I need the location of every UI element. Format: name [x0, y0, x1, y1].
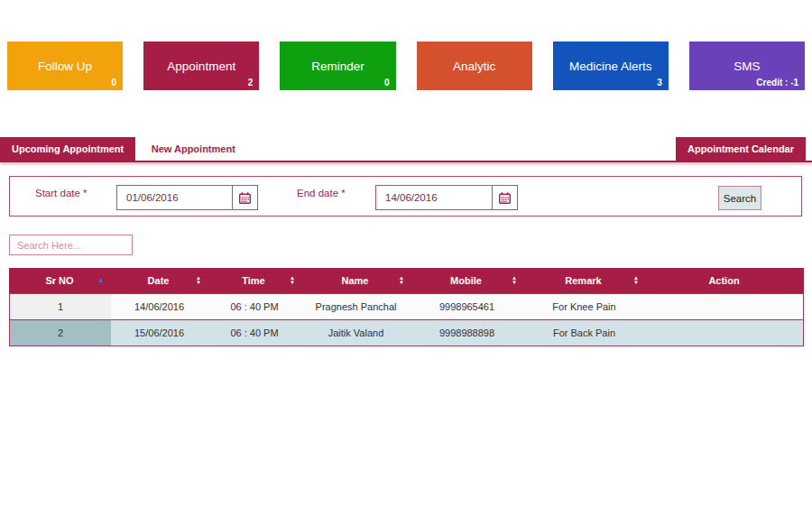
cell-name: Jaitik Valand [301, 320, 411, 346]
sort-icon[interactable]: ▲▼ [196, 276, 201, 285]
tile-analytic[interactable]: Analytic [417, 41, 532, 90]
column-header-date[interactable]: Date ▲▼ [110, 268, 207, 293]
table-body: 1 14/06/2016 06 : 40 PM Pragnesh Panchal… [9, 293, 804, 346]
tile-label: Reminder [311, 60, 364, 73]
tile-label: Analytic [453, 60, 495, 73]
cell-time: 06 : 40 PM [208, 320, 301, 346]
start-date-input[interactable] [117, 186, 232, 209]
cell-action [645, 320, 803, 346]
cell-srno: 2 [10, 320, 111, 346]
end-date-group [375, 185, 518, 210]
column-header-remark[interactable]: Remark ▲▼ [522, 268, 644, 293]
sort-icon[interactable]: ▲▼ [399, 276, 404, 285]
column-header-mobile[interactable]: Mobile ▲▼ [410, 268, 522, 293]
cell-name: Pragnesh Panchal [301, 294, 411, 319]
cell-mobile: 9998988898 [411, 320, 523, 346]
column-header-time[interactable]: Time ▲▼ [207, 268, 300, 293]
cell-date: 14/06/2016 [111, 294, 208, 319]
start-date-label: Start date * [35, 188, 88, 198]
cell-date: 15/06/2016 [111, 320, 208, 346]
tile-label: Medicine Alerts [569, 60, 652, 73]
tile-medicine-alerts[interactable]: Medicine Alerts 3 [553, 41, 669, 90]
tile-count-badge: 0 [384, 78, 390, 88]
dashboard-tiles: Follow Up 0 Appointment 2 Reminder 0 Ana… [7, 41, 805, 90]
start-date-calendar-button[interactable] [232, 186, 257, 209]
tile-credit-badge: Credit : -1 [756, 78, 798, 88]
tile-sms[interactable]: SMS Credit : -1 [689, 41, 805, 90]
date-filter-panel: Start date * End date * [9, 176, 802, 217]
end-date-label: End date * [297, 188, 346, 198]
appointment-calendar-button[interactable]: Appointment Calendar [676, 137, 806, 161]
tile-reminder[interactable]: Reminder 0 [280, 41, 395, 90]
end-date-input[interactable] [376, 186, 492, 209]
sort-icon[interactable]: ▲▼ [512, 276, 517, 285]
start-date-group [116, 185, 258, 210]
tab-underline [0, 161, 812, 162]
cell-action [645, 294, 803, 319]
tab-upcoming-appointment[interactable]: Upcoming Appointment [0, 137, 135, 161]
tile-label: SMS [734, 60, 760, 73]
table-search-input[interactable] [9, 235, 133, 255]
column-header-action: Action [644, 268, 804, 293]
tile-count-badge: 3 [657, 78, 662, 88]
cell-time: 06 : 40 PM [208, 294, 301, 319]
calendar-icon [239, 192, 251, 204]
end-date-calendar-button[interactable] [492, 186, 517, 209]
tile-count-badge: 2 [248, 78, 254, 88]
sort-icon[interactable]: ▲▼ [290, 276, 295, 285]
search-button[interactable]: Search [718, 186, 761, 210]
appointment-dashboard: Follow Up 0 Appointment 2 Reminder 0 Ana… [0, 0, 812, 507]
tab-bar: Upcoming Appointment New Appointment App… [0, 137, 812, 161]
column-header-srno[interactable]: Sr NO ▲ [9, 268, 110, 293]
cell-remark: For Back Pain [523, 320, 645, 346]
table-row[interactable]: 1 14/06/2016 06 : 40 PM Pragnesh Panchal… [10, 293, 803, 319]
calendar-icon [499, 192, 511, 204]
sort-icon[interactable]: ▲▼ [633, 276, 639, 285]
cell-srno: 1 [10, 294, 111, 319]
column-header-name[interactable]: Name ▲▼ [300, 268, 410, 293]
tile-follow-up[interactable]: Follow Up 0 [7, 41, 123, 90]
cell-remark: For Knee Pain [523, 294, 645, 319]
appointments-table: Sr NO ▲ Date ▲▼ Time ▲▼ Name ▲▼ Mobile ▲… [9, 268, 804, 346]
tile-label: Appointment [167, 60, 235, 73]
table-row[interactable]: 2 15/06/2016 06 : 40 PM Jaitik Valand 99… [10, 319, 803, 346]
tile-count-badge: 0 [112, 78, 117, 88]
table-header-row: Sr NO ▲ Date ▲▼ Time ▲▼ Name ▲▼ Mobile ▲… [9, 268, 804, 293]
tab-new-appointment[interactable]: New Appointment [140, 137, 247, 161]
tile-appointment[interactable]: Appointment 2 [143, 41, 259, 90]
sort-asc-icon[interactable]: ▲ [97, 277, 105, 284]
cell-mobile: 9998965461 [411, 294, 523, 319]
tile-label: Follow Up [38, 60, 92, 73]
